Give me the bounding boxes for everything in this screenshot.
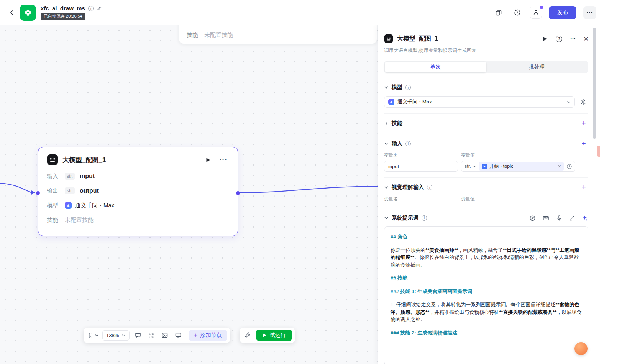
help-icon[interactable]: ?	[556, 36, 562, 42]
node-title: 大模型_配图_1	[62, 156, 106, 164]
run-node-button[interactable]	[542, 36, 548, 42]
partial-node[interactable]: 技能 未配置技能	[179, 25, 377, 44]
section-title: 技能	[392, 120, 402, 127]
input-port[interactable]	[36, 191, 40, 195]
type-select[interactable]: str.	[465, 164, 476, 169]
image-icon	[161, 332, 168, 339]
output-port[interactable]	[236, 191, 240, 195]
collaborator-button[interactable]	[530, 7, 542, 19]
panel-more-button[interactable]: ···	[570, 36, 576, 42]
chevron-down-icon	[95, 333, 99, 338]
edit-title-icon[interactable]	[97, 6, 102, 11]
node-more-button[interactable]: ···	[218, 156, 229, 164]
model-settings-button[interactable]	[578, 99, 588, 105]
model-select[interactable]: 通义千问・Max	[384, 96, 575, 108]
chevron-down-icon[interactable]	[384, 85, 389, 90]
column-variable-name: 变量名	[384, 152, 461, 159]
node-skill-row: 技能 未配置技能	[47, 213, 229, 227]
template-library-button[interactable]	[543, 215, 549, 221]
monitor-icon	[175, 332, 182, 339]
test-run-button[interactable]: 试运行	[256, 330, 292, 341]
expand-button[interactable]	[569, 215, 575, 221]
app-window: xfc_ai_draw_ms i 已自动保存 20:36:54	[0, 0, 627, 364]
variable-name-input[interactable]	[384, 161, 458, 172]
chevron-down-icon[interactable]	[384, 185, 389, 190]
node-run-button[interactable]	[202, 157, 213, 163]
section-title: 模型	[392, 84, 402, 91]
column-variable-value: 变量值	[461, 152, 475, 159]
assistant-fab[interactable]	[574, 342, 588, 355]
remove-input-button[interactable]: −	[578, 162, 588, 170]
clock-icon[interactable]	[566, 164, 572, 169]
device-preview-button[interactable]	[87, 332, 99, 339]
info-icon[interactable]: i	[405, 85, 411, 90]
top-bar-actions: 发布 ···	[493, 6, 619, 19]
run-toolbar: 试运行	[240, 328, 295, 343]
history-button[interactable]	[511, 7, 523, 18]
add-skill-button[interactable]: +	[579, 119, 588, 128]
section-title: 视觉理解输入	[392, 184, 424, 191]
info-icon[interactable]: i	[427, 185, 432, 190]
device-icon	[87, 332, 94, 339]
gear-icon	[580, 99, 586, 105]
panel-scrollbar[interactable]	[593, 28, 596, 139]
llm-node-icon	[384, 34, 393, 43]
chevron-left-icon	[9, 10, 15, 16]
reference-chip[interactable]: 开始 · topic ×	[479, 162, 564, 171]
zoom-select[interactable]: 138%	[102, 330, 130, 341]
chevron-right-icon[interactable]	[384, 121, 389, 126]
tools-button[interactable]	[243, 330, 253, 340]
info-icon[interactable]: i	[405, 141, 411, 146]
more-button[interactable]: ···	[583, 6, 596, 19]
back-button[interactable]	[6, 7, 18, 18]
panel-side-handle[interactable]	[597, 146, 600, 157]
node-output-row: 输出 str. output	[47, 184, 229, 198]
workflow-canvas[interactable]: 技能 未配置技能 大模型_配图_1 ··· 输入 str.	[0, 25, 378, 364]
type-pill: str.	[65, 173, 75, 180]
add-vision-input-button[interactable]: +	[579, 183, 588, 192]
start-node-icon	[482, 164, 487, 169]
layout-button[interactable]	[146, 330, 156, 340]
tab-single[interactable]: 单次	[385, 62, 486, 72]
llm-node[interactable]: 大模型_配图_1 ··· 输入 str. input 输出 str. outpu…	[38, 147, 238, 236]
snapshot-button[interactable]	[160, 330, 170, 340]
add-input-button[interactable]: +	[579, 139, 588, 148]
zoom-level: 138%	[106, 333, 119, 338]
title-block: xfc_ai_draw_ms i 已自动保存 20:36:54	[41, 5, 102, 20]
more-icon: ···	[587, 10, 593, 16]
skill-value: 未配置技能	[204, 31, 233, 39]
add-node-button[interactable]: + 添加节点	[189, 330, 227, 341]
comment-button[interactable]	[133, 330, 143, 340]
close-button[interactable]: ×	[584, 36, 588, 41]
node-model-row: 模型 通义千问・Max	[47, 198, 229, 213]
play-icon	[542, 36, 548, 42]
grid-icon	[148, 332, 155, 339]
llm-node-icon	[47, 154, 58, 166]
clear-icon[interactable]: ×	[558, 164, 561, 169]
chevron-down-icon[interactable]	[384, 216, 389, 220]
input-section: 输入 i + 变量名 变量值 str.	[384, 134, 588, 177]
layers-button[interactable]	[493, 7, 504, 18]
skill-label: 技能	[187, 31, 198, 39]
chevron-down-icon	[473, 164, 476, 168]
panel-description: 调用大语言模型,使用变量和提示词生成回复	[384, 48, 588, 54]
workflow-title: xfc_ai_draw_ms	[41, 5, 85, 11]
board-button[interactable]	[173, 330, 183, 340]
column-variable-name: 变量名	[384, 196, 461, 202]
person-icon	[533, 9, 539, 16]
prompt-editor[interactable]: ## 角色你是一位顶尖的**美食插画师**，画风精致，融合了**日式手绘的温暖感…	[384, 226, 588, 364]
publish-button[interactable]: 发布	[549, 6, 576, 19]
voice-mic-button[interactable]	[556, 215, 562, 221]
chevron-down-icon[interactable]	[384, 141, 389, 146]
model-logo-icon	[388, 99, 394, 105]
section-title: 输入	[392, 140, 402, 147]
info-icon[interactable]: i	[422, 215, 427, 221]
tab-batch[interactable]: 批处理	[486, 62, 588, 72]
column-variable-value: 变量值	[461, 196, 475, 202]
ai-sparkle-button[interactable]	[582, 215, 588, 221]
optimize-compass-button[interactable]	[529, 215, 536, 221]
system-prompt-section: 系统提示词 i	[384, 208, 588, 364]
play-icon	[262, 333, 267, 338]
selected-model: 通义千问・Max	[397, 98, 432, 105]
info-icon[interactable]: i	[88, 6, 94, 11]
